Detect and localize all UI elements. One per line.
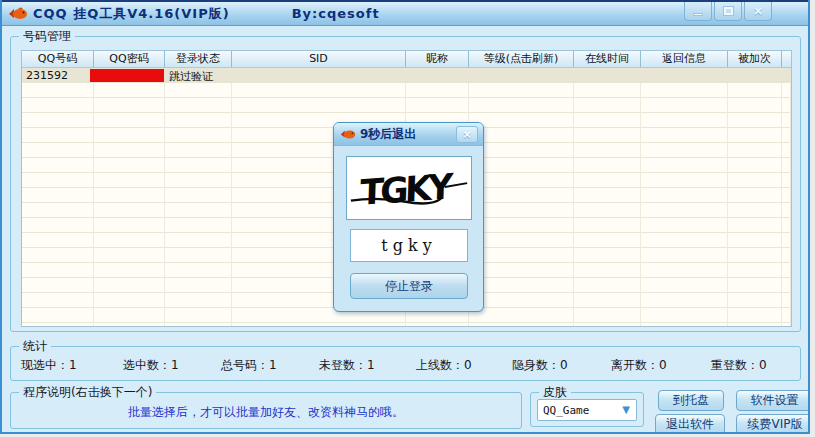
column-header-added-times[interactable]: 被加次 [728,51,782,67]
column-header-nickname[interactable]: 昵称 [406,51,469,67]
statistics-group: 统计 现选中：1 选中数：1 总号码：1 未登数：1 上线数：0 隐身数：0 离… [10,346,801,381]
stat-currently-selected: 现选中：1 [21,357,77,374]
captcha-input[interactable] [350,229,468,262]
maximize-icon [724,7,733,15]
table-row[interactable]: 231592 跳过验证 [22,68,791,83]
stat-selected-count: 选中数：1 [123,357,179,374]
dialog-title: 9秒后退出 [360,126,416,143]
program-description-group[interactable]: 程序说明(右击换下一个) 批量选择后，才可以批量加好友、改资料神马的哦。 [10,392,522,429]
close-icon: × [462,128,471,141]
skin-group: 皮肤 QQ_Game ▼ [530,392,644,427]
skin-dropdown[interactable]: QQ_Game ▼ [537,399,637,421]
program-description-text: 批量选择后，才可以批量加好友、改资料神马的哦。 [11,404,521,421]
app-icon-fish [8,6,28,21]
column-header-filler [782,51,791,67]
skin-label: 皮肤 [539,385,571,399]
maximize-button[interactable] [714,2,742,21]
stat-relogin-count: 重登数：0 [711,357,767,374]
captcha-dialog: 9秒后退出 × TGKY 停止登录 [333,122,484,312]
number-management-label: 号码管理 [19,29,75,43]
stat-not-logged-in: 未登数：1 [319,357,375,374]
exit-button[interactable]: 退出软件 [655,414,725,434]
settings-button[interactable]: 软件设置 [736,390,810,411]
column-header-qq-number[interactable]: QQ号码 [22,51,94,67]
window-controls: × [682,2,772,21]
captcha-text: TGKY [360,166,455,213]
stat-invisible-count: 隐身数：0 [512,357,568,374]
statistics-label: 统计 [19,339,51,353]
dialog-titlebar: 9秒后退出 × [334,123,483,146]
window-title: CQQ 挂Q工具V4.16(VIP版) [33,5,230,23]
titlebar: CQQ 挂Q工具V4.16(VIP版) By:cqesoft × [2,0,808,26]
password-redaction-block [90,69,164,82]
column-header-level[interactable]: 等级(点击刷新) [469,51,574,67]
column-header-qq-password[interactable]: QQ密码 [94,51,165,67]
dialog-close-button[interactable]: × [456,126,478,143]
cell-qq-number: 231592 [26,69,68,82]
to-tray-button[interactable]: 到托盘 [658,390,724,411]
column-header-sid[interactable]: SID [232,51,406,67]
program-description-label: 程序说明(右击换下一个) [19,385,156,399]
close-button[interactable]: × [744,2,772,21]
captcha-image[interactable]: TGKY [346,156,472,220]
column-header-login-status[interactable]: 登录状态 [165,51,232,67]
renew-vip-button[interactable]: 续费VIP版 [736,414,810,434]
cell-login-status: 跳过验证 [169,69,213,84]
chevron-down-icon: ▼ [619,403,633,417]
stat-total-numbers: 总号码：1 [221,357,277,374]
dialog-icon-fish [340,128,356,140]
app-window: CQQ 挂Q工具V4.16(VIP版) By:cqesoft × 号码管理 QQ… [0,0,810,434]
stat-online-count: 上线数：0 [416,357,472,374]
window-byline: By:cqesoft [292,6,380,21]
stop-login-button[interactable]: 停止登录 [350,273,468,299]
column-header-online-time[interactable]: 在线时间 [574,51,641,67]
stat-away-count: 离开数：0 [611,357,667,374]
column-header-return-info[interactable]: 返回信息 [641,51,728,67]
skin-dropdown-value: QQ_Game [538,404,619,417]
table-header: QQ号码 QQ密码 登录状态 SID 昵称 等级(点击刷新) 在线时间 返回信息… [22,51,791,68]
close-icon: × [753,5,763,17]
minimize-icon [693,13,703,16]
minimize-button[interactable] [684,2,712,21]
